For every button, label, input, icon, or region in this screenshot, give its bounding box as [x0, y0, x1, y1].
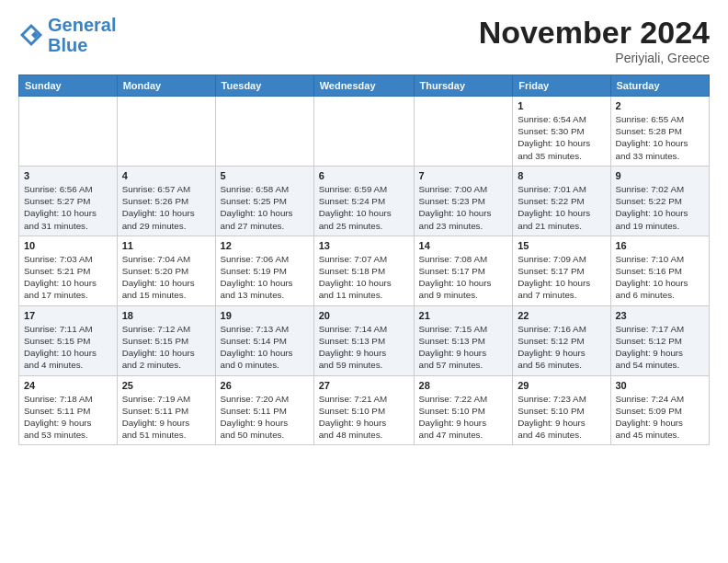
day-number: 25 [122, 380, 210, 391]
cell-w3-d3: 20Sunrise: 7:14 AM Sunset: 5:13 PM Dayli… [313, 305, 414, 375]
day-number: 2 [616, 100, 705, 111]
th-saturday: Saturday [610, 75, 710, 97]
day-number: 10 [24, 240, 112, 251]
day-number: 24 [24, 380, 112, 391]
cell-w0-d5: 1Sunrise: 6:54 AM Sunset: 5:30 PM Daylig… [513, 97, 610, 167]
day-info: Sunrise: 7:11 AM Sunset: 5:15 PM Dayligh… [24, 323, 112, 372]
calendar-row-1: 3Sunrise: 6:56 AM Sunset: 5:27 PM Daylig… [19, 166, 710, 236]
day-number: 3 [24, 170, 112, 181]
day-number: 20 [319, 310, 409, 321]
cell-w3-d2: 19Sunrise: 7:13 AM Sunset: 5:14 PM Dayli… [215, 305, 313, 375]
cell-w4-d2: 26Sunrise: 7:20 AM Sunset: 5:11 PM Dayli… [215, 375, 313, 445]
day-info: Sunrise: 7:18 AM Sunset: 5:11 PM Dayligh… [24, 393, 112, 442]
cell-w2-d0: 10Sunrise: 7:03 AM Sunset: 5:21 PM Dayli… [19, 236, 118, 305]
day-number: 6 [319, 170, 409, 181]
day-number: 13 [319, 240, 409, 251]
cell-w3-d5: 22Sunrise: 7:16 AM Sunset: 5:12 PM Dayli… [513, 305, 610, 375]
cell-w4-d5: 29Sunrise: 7:23 AM Sunset: 5:10 PM Dayli… [513, 375, 610, 445]
day-number: 29 [518, 380, 605, 391]
day-info: Sunrise: 6:54 AM Sunset: 5:30 PM Dayligh… [518, 113, 605, 162]
day-info: Sunrise: 7:21 AM Sunset: 5:10 PM Dayligh… [319, 393, 409, 442]
calendar-row-0: 1Sunrise: 6:54 AM Sunset: 5:30 PM Daylig… [19, 97, 710, 167]
logo: General Blue [18, 15, 116, 55]
cell-w0-d2 [215, 97, 313, 167]
cell-w4-d0: 24Sunrise: 7:18 AM Sunset: 5:11 PM Dayli… [19, 375, 118, 445]
th-monday: Monday [117, 75, 215, 97]
day-number: 8 [518, 170, 605, 181]
cell-w2-d1: 11Sunrise: 7:04 AM Sunset: 5:20 PM Dayli… [117, 236, 215, 305]
day-info: Sunrise: 7:15 AM Sunset: 5:13 PM Dayligh… [419, 323, 508, 372]
logo-text: General Blue [48, 15, 116, 55]
day-info: Sunrise: 7:06 AM Sunset: 5:19 PM Dayligh… [221, 253, 309, 302]
cell-w2-d4: 14Sunrise: 7:08 AM Sunset: 5:17 PM Dayli… [414, 236, 513, 305]
day-info: Sunrise: 7:00 AM Sunset: 5:23 PM Dayligh… [419, 183, 508, 232]
day-info: Sunrise: 6:58 AM Sunset: 5:25 PM Dayligh… [221, 183, 309, 232]
th-thursday: Thursday [414, 75, 513, 97]
day-info: Sunrise: 7:22 AM Sunset: 5:10 PM Dayligh… [419, 393, 508, 442]
cell-w0-d0 [19, 97, 118, 167]
day-info: Sunrise: 7:09 AM Sunset: 5:17 PM Dayligh… [518, 253, 605, 302]
day-number: 27 [319, 380, 409, 391]
day-info: Sunrise: 7:07 AM Sunset: 5:18 PM Dayligh… [319, 253, 409, 302]
cell-w4-d1: 25Sunrise: 7:19 AM Sunset: 5:11 PM Dayli… [117, 375, 215, 445]
cell-w4-d6: 30Sunrise: 7:24 AM Sunset: 5:09 PM Dayli… [610, 375, 710, 445]
cell-w1-d3: 6Sunrise: 6:59 AM Sunset: 5:24 PM Daylig… [313, 166, 414, 236]
cell-w1-d1: 4Sunrise: 6:57 AM Sunset: 5:26 PM Daylig… [117, 166, 215, 236]
day-info: Sunrise: 7:20 AM Sunset: 5:11 PM Dayligh… [221, 393, 309, 442]
day-number: 15 [518, 240, 605, 251]
cell-w4-d3: 27Sunrise: 7:21 AM Sunset: 5:10 PM Dayli… [313, 375, 414, 445]
cell-w2-d2: 12Sunrise: 7:06 AM Sunset: 5:19 PM Dayli… [215, 236, 313, 305]
day-number: 9 [616, 170, 705, 181]
calendar-row-3: 17Sunrise: 7:11 AM Sunset: 5:15 PM Dayli… [19, 305, 710, 375]
day-number: 21 [419, 310, 508, 321]
day-info: Sunrise: 6:56 AM Sunset: 5:27 PM Dayligh… [24, 183, 112, 232]
day-info: Sunrise: 7:14 AM Sunset: 5:13 PM Dayligh… [319, 323, 409, 372]
day-number: 18 [122, 310, 210, 321]
logo-general: General [48, 15, 116, 35]
day-number: 19 [221, 310, 309, 321]
day-info: Sunrise: 7:24 AM Sunset: 5:09 PM Dayligh… [616, 393, 705, 442]
day-number: 1 [518, 100, 605, 111]
cell-w2-d3: 13Sunrise: 7:07 AM Sunset: 5:18 PM Dayli… [313, 236, 414, 305]
month-title: November 2024 [479, 15, 710, 51]
cell-w3-d1: 18Sunrise: 7:12 AM Sunset: 5:15 PM Dayli… [117, 305, 215, 375]
day-number: 5 [221, 170, 309, 181]
cell-w0-d1 [117, 97, 215, 167]
page: General Blue November 2024 Periyiali, Gr… [0, 0, 728, 454]
day-info: Sunrise: 7:03 AM Sunset: 5:21 PM Dayligh… [24, 253, 112, 302]
day-info: Sunrise: 6:55 AM Sunset: 5:28 PM Dayligh… [616, 113, 705, 162]
day-info: Sunrise: 7:23 AM Sunset: 5:10 PM Dayligh… [518, 393, 605, 442]
day-number: 7 [419, 170, 508, 181]
cell-w0-d3 [313, 97, 414, 167]
th-tuesday: Tuesday [215, 75, 313, 97]
th-sunday: Sunday [19, 75, 118, 97]
cell-w4-d4: 28Sunrise: 7:22 AM Sunset: 5:10 PM Dayli… [414, 375, 513, 445]
cell-w2-d6: 16Sunrise: 7:10 AM Sunset: 5:16 PM Dayli… [610, 236, 710, 305]
calendar: Sunday Monday Tuesday Wednesday Thursday… [18, 75, 710, 445]
day-number: 22 [518, 310, 605, 321]
cell-w2-d5: 15Sunrise: 7:09 AM Sunset: 5:17 PM Dayli… [513, 236, 610, 305]
title-block: November 2024 Periyiali, Greece [479, 15, 710, 65]
day-info: Sunrise: 7:10 AM Sunset: 5:16 PM Dayligh… [616, 253, 705, 302]
day-info: Sunrise: 7:17 AM Sunset: 5:12 PM Dayligh… [616, 323, 705, 372]
calendar-row-2: 10Sunrise: 7:03 AM Sunset: 5:21 PM Dayli… [19, 236, 710, 305]
day-info: Sunrise: 7:19 AM Sunset: 5:11 PM Dayligh… [122, 393, 210, 442]
logo-icon [18, 22, 44, 48]
day-info: Sunrise: 7:04 AM Sunset: 5:20 PM Dayligh… [122, 253, 210, 302]
day-number: 16 [616, 240, 705, 251]
cell-w1-d6: 9Sunrise: 7:02 AM Sunset: 5:22 PM Daylig… [610, 166, 710, 236]
cell-w1-d4: 7Sunrise: 7:00 AM Sunset: 5:23 PM Daylig… [414, 166, 513, 236]
cell-w3-d4: 21Sunrise: 7:15 AM Sunset: 5:13 PM Dayli… [414, 305, 513, 375]
location: Periyiali, Greece [479, 51, 710, 65]
cell-w0-d4 [414, 97, 513, 167]
cell-w3-d0: 17Sunrise: 7:11 AM Sunset: 5:15 PM Dayli… [19, 305, 118, 375]
day-number: 28 [419, 380, 508, 391]
day-info: Sunrise: 7:16 AM Sunset: 5:12 PM Dayligh… [518, 323, 605, 372]
day-info: Sunrise: 6:57 AM Sunset: 5:26 PM Dayligh… [122, 183, 210, 232]
cell-w3-d6: 23Sunrise: 7:17 AM Sunset: 5:12 PM Dayli… [610, 305, 710, 375]
day-info: Sunrise: 7:12 AM Sunset: 5:15 PM Dayligh… [122, 323, 210, 372]
th-wednesday: Wednesday [313, 75, 414, 97]
cell-w1-d0: 3Sunrise: 6:56 AM Sunset: 5:27 PM Daylig… [19, 166, 118, 236]
day-info: Sunrise: 7:02 AM Sunset: 5:22 PM Dayligh… [616, 183, 705, 232]
day-number: 4 [122, 170, 210, 181]
